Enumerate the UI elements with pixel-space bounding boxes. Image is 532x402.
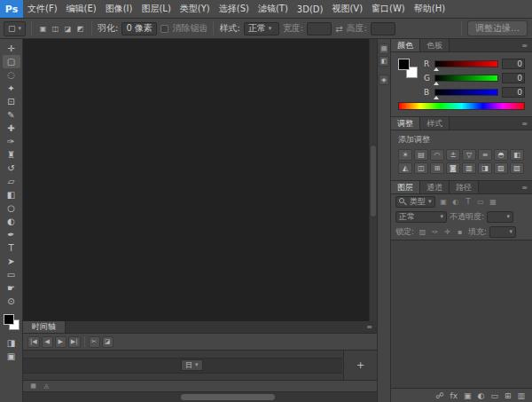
vertical-scrollbar-thumb[interactable] — [371, 146, 376, 217]
slider-thumb[interactable] — [434, 67, 439, 71]
color-lookup-icon[interactable]: ⊞ — [430, 162, 444, 174]
panel-tab[interactable]: 通道 — [420, 181, 450, 193]
threshold-icon[interactable]: ◨ — [478, 162, 492, 174]
levels-icon[interactable]: ▤ — [414, 149, 428, 161]
menu-item[interactable]: 3D(D) — [293, 0, 328, 18]
layer-mask-icon[interactable]: ▣ — [464, 391, 472, 400]
rectangle-tool[interactable]: ▭ — [3, 268, 20, 281]
lock-all-icon[interactable]: ▪ — [454, 226, 466, 238]
fill-input[interactable]: ▾ — [489, 226, 516, 238]
vertical-scrollbar[interactable] — [369, 39, 377, 321]
screen-mode-icon[interactable]: ▣ — [3, 350, 20, 363]
photo-filter-icon[interactable]: ◭ — [398, 162, 412, 174]
gradient-map-icon[interactable]: ▨ — [494, 162, 508, 174]
layer-group-icon[interactable]: ▭ — [490, 391, 498, 400]
add-to-selection-icon[interactable]: ◫ — [50, 23, 61, 35]
play-icon[interactable]: ▶ — [55, 336, 66, 348]
filter-shape-layers-icon[interactable]: ▭ — [475, 196, 487, 208]
black-white-icon[interactable]: ◧ — [510, 149, 524, 161]
canvas-area[interactable] — [23, 39, 369, 321]
eraser-tool[interactable]: ▱ — [3, 175, 20, 188]
menu-item[interactable]: 帮助(H) — [410, 0, 450, 18]
width-input[interactable] — [307, 22, 332, 35]
horizontal-scrollbar[interactable] — [23, 391, 377, 402]
color-balance-icon[interactable]: ◓ — [494, 149, 508, 161]
eyedropper-tool[interactable]: ✎ — [3, 108, 20, 122]
subtract-from-selection-icon[interactable]: ◪ — [62, 23, 74, 35]
next-frame-icon[interactable]: ▶| — [68, 336, 81, 348]
channel-mixer-icon[interactable]: ◫ — [414, 162, 428, 174]
menu-item[interactable]: 图像(I) — [101, 0, 137, 18]
menu-item[interactable]: 类型(Y) — [176, 0, 215, 18]
healing-brush-tool[interactable]: ✚ — [3, 122, 20, 135]
crop-tool[interactable]: ⊡ — [3, 95, 20, 108]
invert-icon[interactable]: ◙ — [446, 162, 460, 174]
properties-panel-icon[interactable]: ◧ — [379, 56, 389, 67]
timeline-track[interactable]: 日 ▾ + — [23, 351, 377, 380]
convert-frames-icon[interactable]: ▦ — [27, 381, 39, 392]
menu-item[interactable]: 窗口(W) — [367, 0, 410, 18]
menu-item[interactable]: 图层(L) — [137, 0, 175, 18]
posterize-icon[interactable]: ▥ — [462, 162, 476, 174]
refine-edge-button[interactable]: 调整边缘… — [467, 20, 528, 36]
style-select[interactable]: 正常 ▾ — [244, 22, 279, 35]
blur-tool[interactable]: ○ — [3, 201, 20, 215]
color-swatches[interactable] — [398, 59, 418, 78]
tab-timeline[interactable]: 时间轴 — [23, 321, 66, 333]
brightness-contrast-icon[interactable]: ☀ — [398, 149, 412, 161]
panel-menu-icon[interactable]: ≡ — [362, 321, 377, 333]
lock-transparent-pixels-icon[interactable]: ▨ — [417, 226, 428, 238]
new-selection-icon[interactable]: ▣ — [37, 23, 49, 35]
channel-slider[interactable] — [434, 75, 498, 82]
clip-menu[interactable]: 日 ▾ — [181, 359, 203, 371]
pen-tool[interactable]: ✒ — [3, 228, 20, 241]
new-layer-icon[interactable]: ⊞ — [505, 391, 512, 400]
foreground-color-swatch[interactable] — [398, 59, 410, 70]
transition-icon[interactable]: ◪ — [102, 336, 113, 348]
tool-preset-picker[interactable]: ▢ ▾ — [4, 21, 26, 36]
selective-color-icon[interactable]: ▧ — [510, 162, 524, 174]
curves-icon[interactable]: ◠ — [430, 149, 444, 161]
opacity-input[interactable]: ▾ — [487, 211, 513, 223]
panel-tab[interactable]: 路径 — [450, 181, 479, 193]
panel-tab[interactable]: 图层 — [391, 181, 420, 193]
exposure-icon[interactable]: ± — [446, 149, 460, 161]
channel-slider[interactable] — [434, 89, 498, 96]
go-to-first-frame-icon[interactable]: |◀ — [27, 336, 40, 348]
menu-item[interactable]: 文件(F) — [23, 0, 62, 18]
filter-pixel-layers-icon[interactable]: ▣ — [438, 196, 450, 208]
path-selection-tool[interactable]: ➤ — [3, 255, 20, 268]
menu-item[interactable]: 视图(V) — [327, 0, 367, 18]
channel-slider[interactable] — [434, 60, 498, 67]
zoom-tool[interactable]: ⊙ — [3, 295, 20, 308]
dodge-tool[interactable]: ◐ — [3, 215, 20, 228]
color-spectrum-ramp[interactable] — [398, 102, 525, 110]
layer-effects-icon[interactable]: fx — [450, 391, 458, 400]
rectangular-marquee-tool[interactable]: ▢ — [3, 55, 20, 68]
filter-type-layers-icon[interactable]: T — [463, 196, 474, 208]
foreground-color-swatch[interactable] — [4, 314, 14, 325]
menu-item[interactable]: 编辑(E) — [62, 0, 101, 18]
adjustment-layer-icon[interactable]: ◐ — [478, 391, 485, 400]
slider-thumb[interactable] — [434, 82, 439, 85]
panel-menu-icon[interactable]: ≡ — [517, 181, 532, 193]
vibrance-icon[interactable]: ▽ — [462, 149, 476, 161]
layers-list[interactable] — [391, 240, 532, 388]
feather-input[interactable]: 0 像素 — [121, 22, 157, 35]
split-clip-icon[interactable]: ✂ — [89, 336, 100, 348]
horizontal-scrollbar-thumb[interactable] — [181, 394, 275, 400]
panel-tab[interactable]: 样式 — [420, 117, 450, 130]
panel-menu-icon[interactable]: ≡ — [517, 117, 532, 130]
height-input[interactable] — [371, 22, 395, 35]
intersect-selection-icon[interactable]: ◩ — [74, 23, 86, 35]
lasso-tool[interactable]: ◌ — [3, 68, 20, 82]
hand-tool[interactable]: ☛ — [3, 281, 20, 295]
type-tool[interactable]: T — [3, 241, 20, 255]
blend-mode-select[interactable]: 正常 ▾ — [395, 211, 447, 223]
quick-selection-tool[interactable]: ✦ — [3, 82, 20, 95]
gradient-tool[interactable]: ◧ — [3, 188, 20, 201]
delete-layer-icon[interactable]: ▥ — [517, 391, 525, 400]
link-layers-icon[interactable]: ☍ — [435, 391, 443, 400]
lock-image-pixels-icon[interactable]: ✑ — [429, 226, 441, 238]
history-brush-tool[interactable]: ↺ — [3, 162, 20, 175]
